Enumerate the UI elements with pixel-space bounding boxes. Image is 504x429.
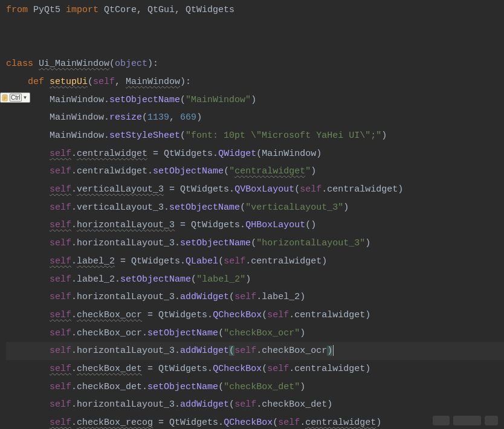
token: . bbox=[256, 292, 262, 302]
code-line[interactable]: MainWindow.setStyleSheet("font: 10pt \"M… bbox=[6, 127, 504, 145]
token: . bbox=[256, 346, 262, 356]
paste-options-popup[interactable]: Ctrl ▼ bbox=[0, 92, 30, 103]
token: = bbox=[142, 364, 158, 374]
token: = bbox=[147, 149, 164, 159]
token: label_2 bbox=[77, 274, 115, 285]
code-line[interactable]: MainWindow.resize(1139, 669) bbox=[6, 109, 504, 127]
token: . bbox=[71, 220, 77, 230]
code-line[interactable]: self.label_2.setObjectName("label_2") bbox=[6, 271, 504, 289]
token: ) bbox=[300, 292, 305, 302]
token: . bbox=[175, 346, 180, 356]
token: = bbox=[115, 256, 131, 266]
token: self bbox=[50, 274, 71, 285]
code-line[interactable]: self.checkBox_det.setObjectName("checkBo… bbox=[6, 378, 504, 396]
token: . bbox=[71, 364, 77, 374]
code-line[interactable]: self.horizontalLayout_3.setObjectName("h… bbox=[6, 234, 504, 253]
token: centralwidget bbox=[251, 256, 321, 266]
token: = bbox=[142, 310, 158, 320]
token: setupUi bbox=[50, 77, 88, 87]
token: QCheckBox bbox=[213, 364, 262, 374]
code-line[interactable] bbox=[6, 37, 504, 55]
token: ( bbox=[218, 382, 224, 392]
token: self bbox=[50, 256, 71, 266]
code-line[interactable]: self.checkBox_ocr = QtWidgets.QCheckBox(… bbox=[6, 306, 504, 324]
token: ) bbox=[316, 149, 321, 159]
token: setObjectName bbox=[109, 95, 180, 105]
token: setObjectName bbox=[180, 238, 251, 248]
code-line[interactable]: self.centralwidget.setObjectName("centra… bbox=[6, 163, 504, 181]
code-line[interactable]: self.checkBox_recog = QtWidgets.QCheckBo… bbox=[6, 414, 504, 429]
token: setObjectName bbox=[153, 166, 224, 176]
token: self bbox=[234, 292, 256, 302]
token: ) bbox=[196, 112, 202, 123]
token: ): bbox=[180, 77, 191, 87]
token: self bbox=[50, 202, 71, 213]
code-line[interactable]: self.verticalLayout_3 = QtWidgets.QVBoxL… bbox=[6, 181, 504, 199]
token: . bbox=[104, 95, 109, 105]
token: QtWidgets bbox=[180, 184, 229, 195]
token: class bbox=[6, 59, 39, 69]
token: ) bbox=[327, 346, 332, 356]
token: . bbox=[71, 328, 77, 338]
code-line[interactable]: self.horizontalLayout_3.addWidget(self.c… bbox=[6, 396, 504, 414]
token: self bbox=[50, 399, 71, 410]
code-line[interactable]: self.verticalLayout_3.setObjectName("ver… bbox=[6, 199, 504, 217]
token: "MainWindow" bbox=[186, 95, 251, 105]
token: 1139 bbox=[147, 112, 169, 123]
token: . bbox=[142, 328, 147, 338]
token: , bbox=[175, 5, 186, 15]
code-line[interactable]: self.checkBox_det = QtWidgets.QCheckBox(… bbox=[6, 360, 504, 378]
token: ( bbox=[262, 364, 267, 374]
code-editor[interactable]: from PyQt5 import QtCore, QtGui, QtWidge… bbox=[6, 0, 504, 429]
token: horizontalLayout_3 bbox=[77, 220, 175, 230]
token: horizontalLayout_3 bbox=[77, 292, 175, 302]
token: . bbox=[213, 149, 218, 159]
token: self bbox=[50, 292, 71, 302]
token: . bbox=[71, 346, 77, 356]
token: setObjectName bbox=[147, 328, 218, 338]
token: ) bbox=[398, 184, 403, 195]
code-line[interactable]: class Ui_MainWindow(object): bbox=[6, 55, 504, 73]
code-line[interactable]: self.horizontalLayout_3.addWidget(self.l… bbox=[6, 288, 504, 306]
token: from bbox=[6, 5, 33, 15]
code-line[interactable]: self.centralwidget = QtWidgets.QWidget(M… bbox=[6, 145, 504, 163]
token: " bbox=[305, 166, 311, 176]
token: label_2 bbox=[262, 292, 300, 302]
token: Ui_MainWindow bbox=[39, 59, 109, 69]
token: horizontalLayout_3 bbox=[77, 346, 175, 356]
code-line[interactable]: self.checkBox_ocr.setObjectName("checkBo… bbox=[6, 324, 504, 343]
token: ( bbox=[229, 292, 234, 302]
code-line[interactable]: from PyQt5 import QtCore, QtGui, QtWidge… bbox=[6, 1, 504, 19]
token: "verticalLayout_3" bbox=[245, 202, 343, 213]
token: ) bbox=[327, 399, 332, 410]
token: . bbox=[71, 399, 77, 410]
token: QtWidgets bbox=[169, 418, 218, 428]
token: self bbox=[50, 220, 71, 230]
token: checkBox_ocr bbox=[77, 328, 142, 338]
code-line[interactable]: self.label_2 = QtWidgets.QLabel(self.cen… bbox=[6, 253, 504, 271]
code-line[interactable]: def setupUi(self, MainWindow): bbox=[6, 73, 504, 91]
token: . bbox=[71, 256, 77, 266]
token: object bbox=[115, 59, 147, 69]
token: ( bbox=[180, 95, 186, 105]
code-line[interactable]: self.horizontalLayout_3.addWidget(self.c… bbox=[6, 342, 504, 360]
token: ( bbox=[256, 149, 262, 159]
text-cursor bbox=[333, 345, 334, 356]
token: . bbox=[289, 364, 294, 374]
code-line[interactable]: self.horizontalLayout_3 = QtWidgets.QHBo… bbox=[6, 216, 504, 234]
token: MainWindow bbox=[126, 77, 180, 87]
token: self bbox=[50, 310, 71, 320]
token: . bbox=[245, 256, 251, 266]
token: = bbox=[175, 220, 191, 230]
token: . bbox=[147, 166, 153, 176]
token: QtWidgets bbox=[131, 256, 180, 266]
token: . bbox=[164, 202, 169, 213]
code-line[interactable] bbox=[6, 19, 504, 37]
token: ( bbox=[180, 131, 186, 141]
token: ) bbox=[365, 310, 370, 320]
token: QLabel bbox=[186, 256, 218, 266]
token: addWidget bbox=[180, 292, 229, 302]
token: . bbox=[71, 184, 77, 195]
token: QWidget bbox=[218, 149, 256, 159]
code-line[interactable]: MainWindow.setObjectName("MainWindow") bbox=[6, 91, 504, 109]
